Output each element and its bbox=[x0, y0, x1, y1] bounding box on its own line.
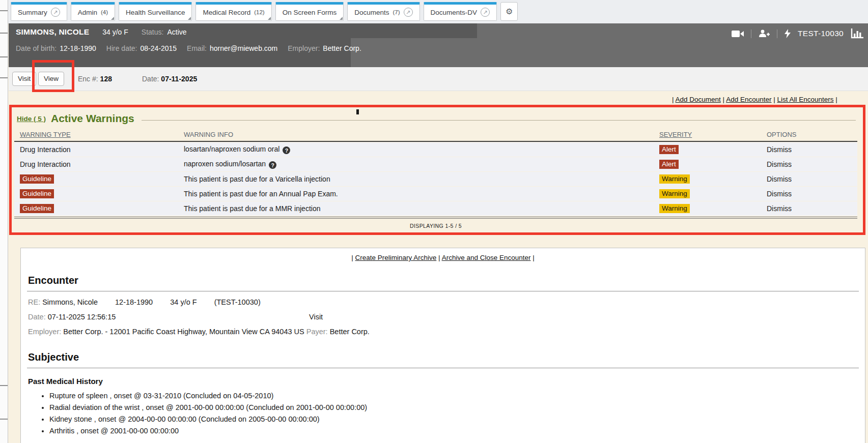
warning-info-text: naproxen sodium/losartan bbox=[184, 160, 266, 168]
pipe: | bbox=[773, 96, 775, 103]
warning-row: Drug Interaction losartan/naproxen sodiu… bbox=[14, 142, 857, 157]
warnings-table: WARNING TYPE WARNING INFO SEVERITY OPTIO… bbox=[14, 129, 857, 216]
pmh-item: Rupture of spleen , onset @ 03-31-2010 (… bbox=[49, 390, 865, 402]
tab-documents[interactable]: Documents (7) ↗ bbox=[347, 2, 419, 21]
employer-value: Better Corp. - 12001 Pacific Coast Highw… bbox=[63, 328, 304, 336]
hide-warnings-link[interactable]: Hide ( 5 ) bbox=[17, 115, 46, 123]
list-all-encounters-link[interactable]: List All Encounters bbox=[777, 96, 834, 103]
settings-button[interactable]: ⚙ bbox=[500, 2, 518, 21]
patient-name-row: SIMMONS, NICOLE 34 y/o F Status: Active bbox=[16, 25, 187, 39]
dismiss-link[interactable]: Dismiss bbox=[767, 190, 792, 198]
warning-type: Guideline bbox=[14, 189, 184, 198]
employer-value: Better Corp. bbox=[323, 44, 361, 52]
severity-badge-warning: Warning bbox=[659, 189, 690, 198]
help-icon[interactable]: ? bbox=[283, 146, 290, 154]
tab-admin[interactable]: Admin (4) bbox=[71, 2, 115, 21]
tab-label: Summary bbox=[18, 9, 47, 16]
status-value: Active bbox=[167, 28, 186, 36]
divider bbox=[751, 29, 751, 38]
archive-and-close-link[interactable]: Archive and Close Encounter bbox=[442, 254, 531, 261]
add-encounter-link[interactable]: Add Encounter bbox=[726, 96, 771, 103]
enc-date-value: 07-11-2025 bbox=[161, 75, 197, 83]
table-footer-rule bbox=[14, 217, 857, 219]
patient-demographics-row: Date of birth:12-18-1990 Hire date:08-24… bbox=[16, 43, 361, 54]
archive-links: | Create Preliminary Archive | Archive a… bbox=[21, 254, 865, 261]
encounter-heading: Encounter bbox=[28, 275, 865, 286]
section-rule bbox=[27, 291, 859, 291]
external-link-icon[interactable]: ↗ bbox=[404, 8, 413, 17]
severity-badge-alert: Alert bbox=[659, 145, 679, 154]
external-link-icon[interactable]: ↗ bbox=[51, 8, 60, 17]
patient-header: SIMMONS, NICOLE 34 y/o F Status: Active … bbox=[9, 23, 868, 67]
tab-medical-record[interactable]: Medical Record (12) bbox=[195, 2, 271, 21]
gear-icon: ⚙ bbox=[506, 7, 513, 16]
pipe: | bbox=[723, 96, 725, 103]
warning-severity: Alert bbox=[659, 145, 767, 154]
edge-tick bbox=[0, 419, 8, 420]
divider bbox=[777, 29, 777, 38]
warning-info-text: losartan/naproxen sodium oral bbox=[184, 145, 279, 153]
video-camera-icon[interactable] bbox=[732, 30, 744, 38]
severity-badge-warning: Warning bbox=[659, 174, 690, 184]
type-badge-guideline: Guideline bbox=[20, 174, 54, 184]
status-label: Status: bbox=[142, 28, 164, 36]
chart-icon[interactable] bbox=[851, 28, 863, 39]
date-line: Date: 07-11-2025 12:56:15 Visit bbox=[28, 313, 865, 321]
tab-on-screen-forms[interactable]: On Screen Forms bbox=[275, 2, 344, 21]
warning-info: This patient is past due for a MMR injec… bbox=[184, 204, 659, 213]
pipe: | bbox=[672, 96, 674, 103]
payer-value: Better Corp. bbox=[330, 328, 370, 336]
warning-info: naproxen sodium/losartan? bbox=[184, 160, 659, 169]
warning-type: Drug Interaction bbox=[14, 145, 184, 154]
warning-info: This patient is past due for a Varicella… bbox=[184, 175, 659, 183]
email-label: Email: bbox=[187, 44, 207, 52]
add-user-icon[interactable] bbox=[759, 29, 770, 38]
pmh-item: Radial deviation of the wrist , onset @ … bbox=[49, 402, 865, 414]
hire-date-label: Hire date: bbox=[106, 44, 137, 52]
dismiss-link[interactable]: Dismiss bbox=[767, 160, 792, 168]
warnings-title-row: Hide ( 5 ) Active Warnings bbox=[17, 110, 856, 127]
email-value: horner@mieweb.com bbox=[210, 44, 277, 52]
warning-row: Guideline This patient is past due for a… bbox=[14, 172, 857, 186]
severity-badge-alert: Alert bbox=[659, 160, 679, 169]
warning-row: Guideline This patient is past due for a… bbox=[14, 187, 857, 201]
warning-options: Dismiss bbox=[767, 175, 857, 183]
subjective-heading: Subjective bbox=[28, 351, 865, 363]
tab-label: Documents-DV bbox=[431, 9, 478, 16]
tab-documents-dv[interactable]: Documents-DV ↗ bbox=[424, 2, 497, 21]
lightning-icon[interactable] bbox=[785, 29, 791, 38]
visit-type: Visit bbox=[309, 313, 323, 321]
encounter-number: Enc #: 128 bbox=[78, 75, 112, 83]
edge-tick bbox=[0, 56, 8, 57]
warning-row: Guideline This patient is past due for a… bbox=[14, 201, 857, 216]
encounter-document: | Create Preliminary Archive | Archive a… bbox=[20, 248, 865, 443]
dismiss-link[interactable]: Dismiss bbox=[767, 175, 792, 183]
pmh-item: Arthritis , onset @ 2001-00-00 00:00:00 bbox=[49, 425, 865, 437]
patient-age-sex: 34 y/o F bbox=[102, 28, 128, 36]
tab-health-surveillance[interactable]: Health Surveillance bbox=[119, 2, 192, 21]
create-preliminary-archive-link[interactable]: Create Preliminary Archive bbox=[355, 254, 437, 261]
col-severity[interactable]: SEVERITY bbox=[659, 131, 767, 138]
pipe: | bbox=[438, 254, 440, 261]
cursor-tick bbox=[356, 109, 359, 114]
warning-options: Dismiss bbox=[767, 145, 857, 154]
tab-summary[interactable]: Summary ↗ bbox=[11, 2, 67, 21]
external-link-icon[interactable]: ↗ bbox=[481, 8, 490, 17]
dismiss-link[interactable]: Dismiss bbox=[767, 145, 792, 154]
dob-label: Date of birth: bbox=[16, 44, 57, 52]
help-icon[interactable]: ? bbox=[269, 161, 276, 169]
tab-label: On Screen Forms bbox=[283, 9, 337, 16]
patient-header-actions: TEST-10030 bbox=[732, 26, 863, 41]
section-rule bbox=[27, 368, 859, 368]
edge-tick bbox=[0, 33, 8, 34]
dismiss-link[interactable]: Dismiss bbox=[767, 204, 792, 213]
pipe: | bbox=[835, 96, 837, 103]
tab-label: Medical Record bbox=[203, 9, 250, 16]
col-warning-type[interactable]: WARNING TYPE bbox=[14, 131, 184, 138]
col-options: OPTIONS bbox=[767, 131, 857, 138]
add-document-link[interactable]: Add Document bbox=[676, 96, 721, 103]
tab-count: (7) bbox=[393, 9, 400, 15]
re-line: RE: Simmons, Nicole 12-18-1990 34 y/o F … bbox=[28, 298, 865, 306]
type-badge-guideline: Guideline bbox=[20, 204, 54, 213]
re-dob: 12-18-1990 bbox=[115, 298, 153, 306]
